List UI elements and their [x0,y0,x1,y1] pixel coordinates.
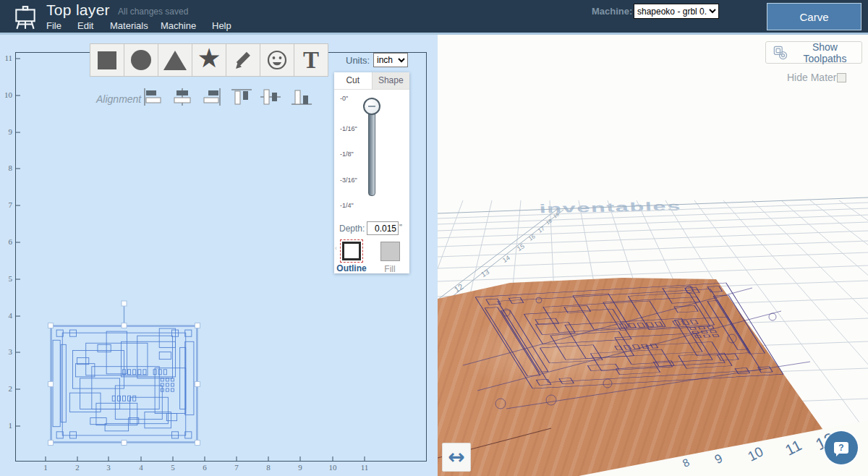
y-tick-label: 1 [1,421,12,430]
horizontal-arrows-icon: ↔ [448,446,464,468]
cut-panel-body: -0" -1/16" -1/8" -3/16" -1/4" Depth: " ‹… [334,90,409,274]
outline-swatch[interactable] [340,239,363,263]
question-bubble-icon: ? [834,442,848,454]
outline-label: Outline [336,263,367,273]
triangle-icon [163,51,187,70]
hide-material-checkbox[interactable] [837,73,846,82]
rotation-handle [122,301,127,306]
triangle-tool-button[interactable] [158,44,192,76]
circle-icon [131,50,151,70]
pencil-tool-button[interactable] [226,44,260,76]
shape-toolbar: ★ T [90,43,328,77]
x-tick-label: 8 [261,463,276,472]
menu-edit[interactable]: Edit [77,20,110,31]
align-left-button[interactable] [143,88,163,106]
top-bar: Top layer All changes saved File Edit Ma… [0,0,868,35]
x-tick-label: 7 [229,463,244,472]
y-tick-label: 8 [1,163,12,172]
depth-slider-handle[interactable] [363,98,380,115]
x-tick-label: 3 [101,463,116,472]
machine-label: Machine: [592,6,632,17]
pencil-icon [233,50,253,70]
depth-label: Depth: [339,224,365,234]
menu-machine[interactable]: Machine [161,20,212,31]
show-toolpaths-button[interactable]: Show Toolpaths [765,41,862,64]
depth-mark-1-16: -1/16" [340,125,357,132]
y-tick-label: 2 [1,384,12,393]
text-icon: T [303,46,319,75]
x-tick-label: 5 [166,463,180,472]
tab-cut[interactable]: Cut [334,72,372,89]
star-tool-button[interactable]: ★ [192,44,226,76]
menu-help[interactable]: Help [212,20,231,31]
y-tick-label: 10 [1,90,12,99]
help-button[interactable]: ? [825,431,858,464]
cut-shape-panel: Cut Shape -0" -1/16" -1/8" -3/16" -1/4" … [334,72,409,273]
depth-mark-1-4: -1/4" [340,202,354,209]
text-tool-button[interactable]: T [294,44,328,76]
save-status: All changes saved [118,7,188,17]
menu-materials[interactable]: Materials [110,20,161,31]
x-tick-label: 2 [70,463,85,472]
y-tick-label: 11 [1,54,12,62]
outline-icon [342,242,361,260]
align-right-button[interactable] [201,88,221,106]
y-tick-label: 3 [1,347,12,356]
align-center-horizontal-button[interactable] [172,88,192,106]
menu-file[interactable]: File [46,20,77,31]
smiley-tool-button[interactable] [260,44,294,76]
square-tool-button[interactable] [90,44,124,76]
collapse-chevron-icon[interactable]: ‹ [335,245,337,252]
smiley-icon [266,49,288,71]
project-title[interactable]: Top layer [46,1,110,19]
y-tick-label: 6 [1,237,12,246]
depth-mark-3-16: -3/16" [340,177,357,184]
y-tick-label: 7 [1,200,12,209]
show-toolpaths-label: Show Toolpaths [793,41,857,64]
x-tick-label: 6 [197,463,212,472]
menu-bar: File Edit Materials Machine Help [46,20,231,31]
machine-select[interactable]: shapeoko - grbl 0.8 [634,4,719,19]
pan-button[interactable]: ↔ [442,443,471,472]
x-tick-label: 11 [357,463,372,472]
easel-app: Top layer All changes saved File Edit Ma… [0,0,868,476]
depth-mark-0: -0" [340,95,348,102]
units-label: Units: [346,55,370,66]
y-tick-label: 4 [1,311,12,320]
units-select[interactable]: inch [373,53,408,67]
tab-shape[interactable]: Shape [372,72,410,89]
fill-label: Fill [379,264,401,274]
y-tick-label: 9 [1,127,12,136]
square-icon [98,51,116,69]
x-tick-label: 4 [134,463,148,472]
x-tick-label: 1 [38,463,53,472]
x-tick-label: 10 [326,463,340,472]
depth-mark-1-8: -1/8" [340,150,354,158]
y-tick-label: 5 [1,274,12,283]
circle-tool-button[interactable] [124,44,158,76]
align-bottom-button[interactable] [292,88,312,106]
fill-swatch[interactable] [380,242,400,261]
toolpath-icon [773,45,788,61]
easel-logo-icon[interactable] [12,4,39,31]
align-middle-vertical-button[interactable] [260,88,281,106]
depth-unit: " [399,223,402,231]
inventables-watermark: inventables [539,199,681,216]
align-top-button[interactable] [231,88,252,106]
depth-input[interactable] [367,221,399,235]
alignment-label: Alignment [96,93,141,105]
carve-button[interactable]: Carve [767,3,861,30]
star-icon: ★ [197,44,221,73]
x-tick-label: 9 [293,463,307,472]
panel-tabs: Cut Shape [334,72,409,90]
